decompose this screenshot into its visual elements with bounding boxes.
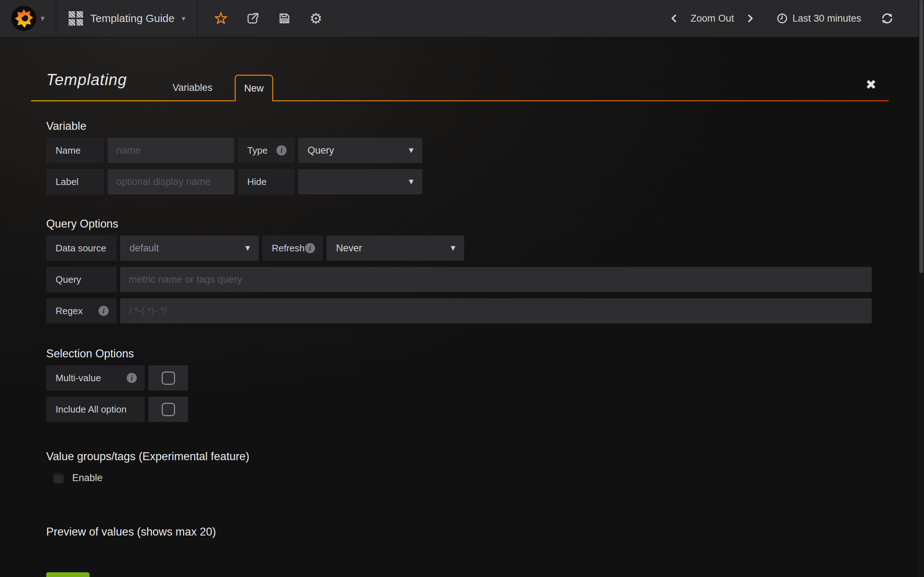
regex-label: Regex i bbox=[46, 298, 116, 324]
add-button[interactable]: Add bbox=[46, 572, 89, 577]
multi-value-row: Multi-value i bbox=[46, 365, 924, 390]
vertical-scrollbar[interactable] bbox=[919, 0, 924, 577]
info-icon[interactable]: i bbox=[127, 373, 137, 383]
enable-label: Enable bbox=[72, 472, 102, 484]
select-caret-icon: ▼ bbox=[449, 243, 457, 253]
datasource-label: Data source bbox=[46, 235, 116, 261]
query-options-heading: Query Options bbox=[46, 218, 924, 230]
tab-new[interactable]: New bbox=[234, 75, 273, 102]
multi-value-checkbox[interactable] bbox=[149, 365, 188, 390]
grafana-menu-button[interactable]: ▾ bbox=[0, 0, 56, 37]
regex-row: Regex i bbox=[46, 298, 924, 324]
tab-variables[interactable]: Variables bbox=[173, 82, 213, 93]
refresh-select[interactable]: Never ▼ bbox=[327, 235, 464, 261]
info-icon[interactable]: i bbox=[276, 145, 287, 155]
label-label: Label bbox=[46, 169, 104, 194]
hide-select[interactable]: ▼ bbox=[298, 169, 422, 194]
name-label: Name bbox=[46, 138, 104, 163]
type-label: Type i bbox=[238, 138, 294, 163]
time-shift-back-button[interactable] bbox=[662, 13, 686, 24]
time-shift-forward-button[interactable] bbox=[738, 13, 762, 24]
refresh-button[interactable] bbox=[880, 11, 894, 26]
star-favorite-button[interactable] bbox=[214, 11, 228, 26]
checkbox-icon bbox=[162, 371, 175, 385]
info-icon[interactable]: i bbox=[99, 306, 109, 316]
header-underline bbox=[273, 100, 888, 102]
include-all-label: Include All option bbox=[46, 397, 145, 422]
select-caret-icon: ▼ bbox=[407, 146, 415, 155]
refresh-label: Refresh i bbox=[262, 235, 323, 261]
clock-icon bbox=[776, 13, 788, 24]
name-input[interactable] bbox=[108, 138, 234, 163]
caret-down-icon: ▾ bbox=[181, 14, 185, 23]
query-input[interactable] bbox=[120, 267, 872, 292]
query-label: Query bbox=[46, 267, 116, 292]
info-icon[interactable]: i bbox=[305, 243, 315, 253]
enable-checkbox[interactable] bbox=[53, 473, 63, 483]
regex-input[interactable] bbox=[120, 298, 872, 324]
time-range-label: Last 30 minutes bbox=[792, 13, 861, 24]
include-all-row: Include All option bbox=[46, 397, 924, 422]
templating-header: Templating Variables New ✖ bbox=[0, 37, 924, 109]
selection-options-heading: Selection Options bbox=[46, 347, 924, 360]
settings-gear-button[interactable]: ⚙ bbox=[309, 11, 323, 26]
caret-down-icon: ▾ bbox=[40, 14, 44, 23]
hide-label: Hide bbox=[238, 169, 294, 194]
datasource-row: Data source default ▼ Refresh i Never ▼ bbox=[46, 235, 924, 261]
label-input[interactable] bbox=[108, 169, 234, 194]
scrollbar-thumb[interactable] bbox=[919, 0, 923, 273]
preview-heading: Preview of values (shows max 20) bbox=[46, 525, 924, 538]
include-all-checkbox[interactable] bbox=[149, 397, 188, 422]
value-groups-heading: Value groups/tags (Experimental feature) bbox=[46, 450, 924, 463]
multi-value-label: Multi-value i bbox=[46, 365, 145, 390]
datasource-select[interactable]: default ▼ bbox=[120, 235, 259, 261]
top-navbar: ▾ Templating Guide ▾ bbox=[0, 0, 924, 37]
dashboard-grid-icon bbox=[69, 11, 83, 26]
grafana-logo-icon bbox=[11, 5, 37, 31]
close-icon[interactable]: ✖ bbox=[866, 77, 876, 92]
save-button[interactable] bbox=[277, 11, 292, 26]
variable-label-row: Label Hide ▼ bbox=[46, 169, 924, 194]
enable-row: Enable bbox=[53, 472, 924, 484]
share-button[interactable] bbox=[246, 11, 260, 26]
page-title: Templating bbox=[46, 71, 127, 89]
type-select[interactable]: Query ▼ bbox=[298, 138, 422, 163]
dashboard-title: Templating Guide bbox=[90, 12, 174, 24]
dashboard-title-dropdown[interactable]: Templating Guide ▾ bbox=[56, 0, 197, 37]
templating-editor: Variable Name Type i Query ▼ Label Hide … bbox=[0, 120, 924, 577]
variable-name-row: Name Type i Query ▼ bbox=[46, 138, 924, 163]
checkbox-icon bbox=[162, 403, 175, 416]
select-caret-icon: ▼ bbox=[407, 177, 415, 187]
query-row: Query bbox=[46, 267, 924, 292]
variable-section-heading: Variable bbox=[46, 120, 924, 133]
zoom-out-button[interactable]: Zoom Out bbox=[686, 13, 738, 24]
header-underline bbox=[31, 100, 234, 102]
time-range-picker[interactable]: Last 30 minutes bbox=[776, 13, 861, 24]
select-caret-icon: ▼ bbox=[244, 243, 252, 253]
gear-icon: ⚙ bbox=[310, 11, 323, 26]
